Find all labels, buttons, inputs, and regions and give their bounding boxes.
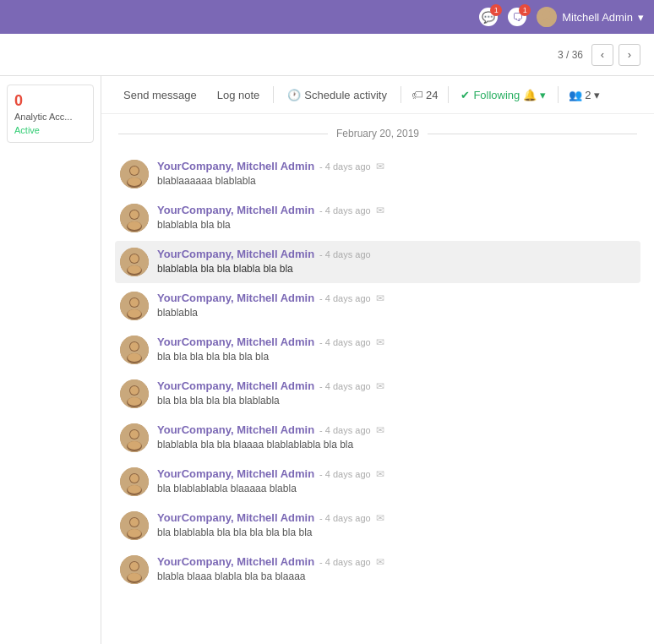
svg-point-46 <box>128 529 141 538</box>
message-entry: YourCompany, Mitchell Admin - 4 days ago… <box>115 153 640 195</box>
svg-point-6 <box>128 177 141 186</box>
avatar <box>120 467 149 496</box>
message-type-icon: ✉ <box>376 424 384 436</box>
main-layout: 0 Analytic Acc... Active Send message Lo… <box>0 76 654 644</box>
sender-name: YourCompany, Mitchell Admin <box>157 511 314 524</box>
log-note-button[interactable]: Log note <box>209 85 269 105</box>
message-body: blablabla bla bla <box>157 218 635 232</box>
pagination: 3 / 36 ‹ › <box>558 44 640 66</box>
message-header: YourCompany, Mitchell Admin - 4 days ago… <box>157 467 635 480</box>
followers-person-icon: 👥 <box>569 89 582 101</box>
user-menu[interactable]: Mitchell Admin ▾ <box>537 7 644 27</box>
message-content: YourCompany, Mitchell Admin - 4 days ago… <box>157 511 635 540</box>
avatar <box>120 511 149 540</box>
tag-icon: 🏷 <box>411 88 423 101</box>
schedule-activity-button[interactable]: 🕐 Schedule activity <box>279 85 395 105</box>
message-time: - 4 days ago <box>319 293 371 303</box>
following-button[interactable]: ✔ Following 🔔 ▾ <box>454 85 553 105</box>
following-bell-icon: 🔔 <box>523 89 537 101</box>
user-name: Mitchell Admin <box>562 11 633 24</box>
avatar <box>120 248 149 276</box>
message-body: blablabla bla bla blaaaa blablablabla bl… <box>157 438 635 452</box>
message-content: YourCompany, Mitchell Admin - 4 days ago… <box>157 379 635 408</box>
tag-count: 24 <box>426 89 438 101</box>
svg-point-1 <box>540 19 553 27</box>
svg-point-25 <box>130 342 139 351</box>
message-entry: YourCompany, Mitchell Admin - 4 days ago… <box>115 285 640 327</box>
following-dropdown-icon: ▾ <box>540 89 546 101</box>
tag-button[interactable]: 🏷 24 <box>406 85 443 105</box>
send-message-button[interactable]: Send message <box>115 85 205 105</box>
avatar <box>120 204 149 232</box>
user-avatar <box>537 7 557 27</box>
sender-name: YourCompany, Mitchell Admin <box>157 204 314 216</box>
svg-point-31 <box>128 397 141 406</box>
date-label: February 20, 2019 <box>336 128 419 139</box>
message-time: - 4 days ago <box>319 161 371 172</box>
svg-point-51 <box>128 573 141 581</box>
followers-count: 2 <box>585 89 591 101</box>
content-area: Send message Log note 🕐 Schedule activit… <box>101 76 654 644</box>
sidebar-label: Analytic Acc... <box>14 112 86 122</box>
svg-point-0 <box>542 10 551 19</box>
svg-point-21 <box>128 309 141 318</box>
action-divider-2 <box>401 86 401 103</box>
message-entry: YourCompany, Mitchell Admin - 4 days ago… <box>115 241 640 283</box>
user-dropdown-arrow: ▾ <box>638 11 644 24</box>
topbar: 💬 1 🗨 1 Mitchell Admin ▾ <box>0 0 654 34</box>
schedule-activity-label: Schedule activity <box>304 89 387 101</box>
svg-point-30 <box>130 386 139 395</box>
message-entry: YourCompany, Mitchell Admin - 4 days ago… <box>115 461 640 503</box>
pagination-label: 3 / 36 <box>558 49 583 61</box>
sender-name: YourCompany, Mitchell Admin <box>157 336 314 348</box>
sender-name: YourCompany, Mitchell Admin <box>157 555 314 568</box>
svg-point-41 <box>128 485 141 494</box>
schedule-clock-icon: 🕐 <box>287 89 301 101</box>
message-body: bla blablabla bla bla bla bla bla bla <box>157 526 635 540</box>
pagination-next[interactable]: › <box>619 44 640 66</box>
message-type-icon: ✉ <box>376 512 384 524</box>
avatar <box>120 336 149 364</box>
message-list: YourCompany, Mitchell Admin - 4 days ago… <box>101 153 654 591</box>
message-time: - 4 days ago <box>319 337 371 347</box>
date-separator: February 20, 2019 <box>101 114 654 153</box>
avatar <box>120 423 149 452</box>
message-content: YourCompany, Mitchell Admin - 4 days ago… <box>157 467 635 496</box>
message-time: - 4 days ago <box>319 205 371 216</box>
svg-point-16 <box>128 265 141 274</box>
followers-button[interactable]: 👥 2 ▾ <box>564 85 604 105</box>
message-notification[interactable]: 🗨 1 <box>508 8 526 26</box>
sender-name: YourCompany, Mitchell Admin <box>157 467 314 480</box>
message-body: blabla blaaa blabla bla ba blaaaa <box>157 570 635 584</box>
message-type-icon: ✉ <box>376 556 384 568</box>
following-check-icon: ✔ <box>461 89 470 101</box>
action-divider-1 <box>273 86 274 103</box>
svg-point-20 <box>130 298 139 307</box>
message-body: bla bla bla bla bla blablabla <box>157 394 635 408</box>
message-header: YourCompany, Mitchell Admin - 4 days ago… <box>157 511 635 524</box>
message-content: YourCompany, Mitchell Admin - 4 days ago… <box>157 204 635 232</box>
svg-point-36 <box>128 441 141 450</box>
message-body: bla blablablabla blaaaaa blabla <box>157 482 635 496</box>
message-type-icon: ✉ <box>376 336 384 348</box>
message-header: YourCompany, Mitchell Admin - 4 days ago… <box>157 292 635 304</box>
sender-name: YourCompany, Mitchell Admin <box>157 160 314 172</box>
message-content: YourCompany, Mitchell Admin - 4 days ago… <box>157 160 635 188</box>
avatar <box>120 379 149 408</box>
avatar <box>120 160 149 188</box>
pagination-prev[interactable]: ‹ <box>591 44 613 66</box>
message-time: - 4 days ago <box>319 469 371 479</box>
message-entry: YourCompany, Mitchell Admin - 4 days ago… <box>115 548 640 591</box>
action-divider-4 <box>558 86 559 103</box>
sidebar: 0 Analytic Acc... Active <box>0 76 101 644</box>
message-time: - 4 days ago <box>319 249 371 259</box>
chat-notification[interactable]: 💬 1 <box>479 8 498 26</box>
message-header: YourCompany, Mitchell Admin - 4 days ago… <box>157 379 635 392</box>
message-content: YourCompany, Mitchell Admin - 4 days ago… <box>157 423 635 452</box>
message-content: YourCompany, Mitchell Admin - 4 days ago… <box>157 555 635 584</box>
svg-point-5 <box>130 166 139 175</box>
followers-dropdown-icon: ▾ <box>594 89 600 101</box>
message-body: blablaaaaaa blablabla <box>157 174 635 188</box>
action-bar: Send message Log note 🕐 Schedule activit… <box>101 76 654 114</box>
message-type-icon: ✉ <box>376 205 384 216</box>
